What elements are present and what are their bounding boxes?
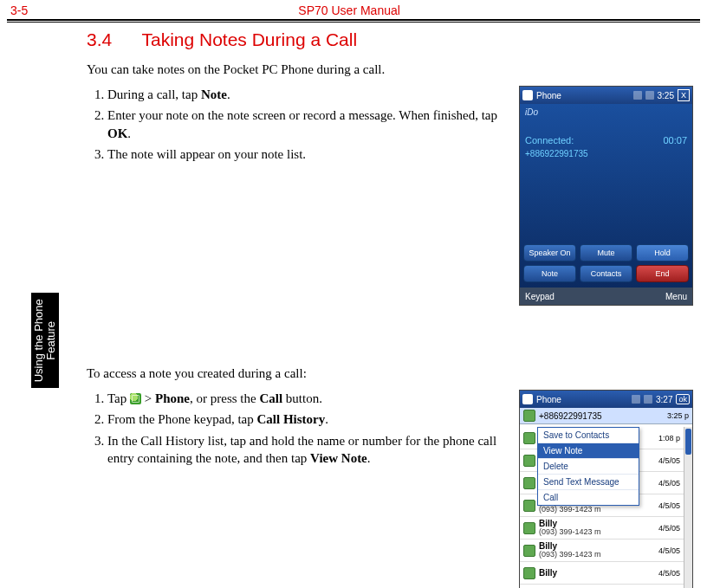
context-menu-item[interactable]: Delete — [538, 459, 639, 475]
step-bold: Note — [201, 87, 227, 101]
hold-button[interactable]: Hold — [636, 244, 689, 262]
connected-label: Connected: — [525, 135, 574, 145]
step-text: . — [127, 126, 131, 140]
call-date: 4/5/05 — [658, 569, 680, 578]
titlebar: Phone 3:25 X — [520, 87, 692, 104]
end-button[interactable]: End — [636, 265, 689, 282]
step: In the Call History list, tap and hold t… — [107, 432, 507, 468]
step-text: The note will appear on your note list. — [107, 147, 306, 161]
call-history-body: +886922991735 3:25 p 1:08 p4/5/05(0911) … — [520, 408, 692, 588]
softkey-left[interactable]: Keypad — [525, 292, 555, 301]
signal-icon — [633, 91, 642, 100]
ok-button[interactable]: ok — [676, 394, 690, 404]
step-1: During a call, tap Note. — [107, 86, 507, 103]
call-icon — [523, 567, 535, 579]
selected-entry[interactable]: +886922991735 3:25 p — [520, 408, 692, 424]
entry-time: 3:25 p — [667, 411, 689, 420]
side-tab-label: Using the PhoneFeature — [33, 299, 58, 382]
scrollbar[interactable] — [684, 427, 692, 588]
steps-list-2: Tap > Phone, or press the Call button.Fr… — [87, 390, 507, 467]
section-number: 3.4 — [87, 29, 137, 50]
step: From the Phone keypad, tap Call History. — [107, 410, 507, 428]
speaker-on-button[interactable]: Speaker On — [523, 244, 576, 262]
side-tab-chapter: Using the PhoneFeature — [31, 293, 59, 388]
contact-phone: (093) 399-1423 m — [539, 506, 655, 514]
history-info: Billy(093) 399-1423 m — [539, 519, 655, 537]
intro-text-2: To access a note you created during a ca… — [87, 366, 693, 381]
manual-title: SP70 User Manual — [298, 3, 400, 17]
step-bold: OK — [107, 126, 127, 140]
call-date: 4/5/05 — [658, 546, 680, 555]
step-bold: View Note — [310, 451, 367, 465]
section-heading: 3.4 Taking Notes During a Call — [87, 29, 693, 50]
signal-icon — [632, 395, 640, 404]
page-header: 3-5 SP70 User Manual — [0, 0, 707, 19]
content-area: 3.4 Taking Notes During a Call You can t… — [87, 29, 693, 588]
call-screen: iDo Connected: 00:07 +886922991735 Speak… — [520, 104, 692, 288]
softkey-bar: Keypad Menu — [520, 288, 692, 305]
call-date: 4/5/05 — [658, 456, 680, 465]
context-menu-item[interactable]: View Note — [538, 443, 639, 459]
call-icon — [523, 455, 535, 467]
call-icon — [523, 432, 535, 444]
steps-list-1: During a call, tap Note. Enter your note… — [87, 86, 507, 163]
call-icon — [523, 500, 535, 512]
volume-icon — [645, 91, 654, 100]
app-title: Phone — [536, 91, 630, 100]
volume-icon — [644, 395, 652, 404]
carrier-text: iDo — [525, 107, 538, 117]
page-number: 3-5 — [10, 3, 28, 17]
contact-phone: (093) 399-1423 m — [539, 551, 655, 559]
section-title-text: Taking Notes During a Call — [141, 29, 357, 49]
history-info: Billy(093) 399-1423 m — [539, 541, 655, 559]
clock: 3:25 — [658, 91, 674, 100]
call-icon — [523, 545, 535, 557]
screenshot-call-history: Phone 3:27 ok +886922991735 3:25 p 1:08 … — [519, 390, 693, 588]
call-date: 1:08 p — [658, 434, 680, 443]
start-menu-icon — [130, 393, 141, 404]
step: Tap > Phone, or press the Call button. — [107, 390, 507, 407]
start-icon[interactable] — [522, 394, 533, 404]
history-row[interactable]: Billy4/5/05 — [520, 562, 684, 585]
entry-number: +886922991735 — [539, 411, 664, 421]
intro-text-1: You can take notes on the Pocket PC Phon… — [87, 62, 693, 77]
context-menu-item[interactable]: Call — [538, 490, 639, 505]
clock: 3:27 — [656, 395, 672, 404]
call-date: 4/5/05 — [658, 524, 680, 533]
contact-name: Billy — [539, 568, 655, 578]
history-row[interactable]: Billy(093) 399-1423 m4/5/05 — [520, 540, 684, 562]
history-row[interactable]: Billy(093) 399-1423 m4/5/05 — [520, 517, 684, 540]
step-bold: Call History — [256, 412, 325, 426]
step-2: Enter your note on the note screen or re… — [107, 107, 507, 142]
context-menu[interactable]: Save to ContactsView NoteDeleteSend Text… — [537, 427, 639, 506]
screenshot-phone-call: Phone 3:25 X iDo Connected: 00:07 +88692… — [519, 86, 693, 306]
call-icon — [523, 477, 535, 489]
header-rule — [7, 19, 700, 21]
call-duration: 00:07 — [663, 135, 687, 145]
contact-phone: (093) 399-1423 m — [539, 528, 655, 537]
titlebar: Phone 3:27 ok — [520, 391, 692, 408]
mute-button[interactable]: Mute — [580, 244, 632, 262]
contacts-button[interactable]: Contacts — [580, 265, 632, 282]
softkey-right[interactable]: Menu — [665, 292, 687, 301]
step-text: During a call, tap — [107, 87, 201, 101]
note-button[interactable]: Note — [523, 265, 576, 282]
step-bold: Phone — [155, 391, 190, 405]
history-info: Billy — [539, 568, 655, 578]
dialed-number: +886922991735 — [525, 149, 588, 158]
call-out-icon — [523, 410, 535, 422]
call-date: 4/5/05 — [658, 479, 680, 488]
step-text: Enter your note on the note screen or re… — [107, 108, 497, 122]
start-icon[interactable] — [522, 90, 533, 100]
scrollbar-thumb[interactable] — [685, 429, 691, 455]
close-icon[interactable]: X — [678, 89, 690, 101]
step-text: . — [227, 87, 230, 101]
step-3: The note will appear on your note list. — [107, 145, 507, 163]
call-date: 4/5/05 — [658, 501, 680, 510]
app-title: Phone — [536, 395, 628, 404]
step-bold: Call — [259, 391, 282, 405]
header-rule-thin — [7, 22, 700, 23]
context-menu-item[interactable]: Send Text Message — [538, 475, 639, 490]
call-icon — [523, 522, 535, 534]
context-menu-item[interactable]: Save to Contacts — [538, 428, 639, 443]
